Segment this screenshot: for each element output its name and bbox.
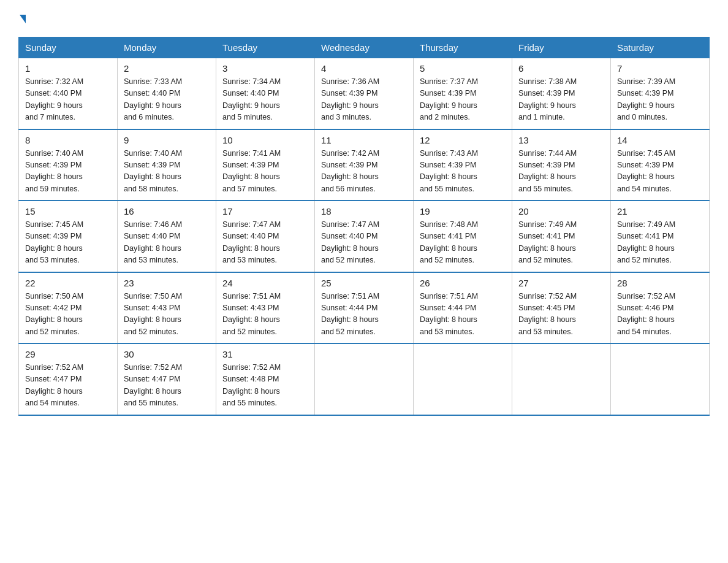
- day-cell: 1 Sunrise: 7:32 AM Sunset: 4:40 PM Dayli…: [19, 58, 118, 129]
- day-info: Sunrise: 7:52 AM Sunset: 4:46 PM Dayligh…: [617, 291, 703, 339]
- header-tuesday: Tuesday: [216, 37, 315, 58]
- day-info: Sunrise: 7:48 AM Sunset: 4:41 PM Dayligh…: [420, 219, 506, 267]
- week-row-2: 8 Sunrise: 7:40 AM Sunset: 4:39 PM Dayli…: [19, 129, 710, 201]
- day-info: Sunrise: 7:50 AM Sunset: 4:43 PM Dayligh…: [124, 291, 210, 339]
- day-number: 29: [25, 349, 111, 359]
- day-cell: 7 Sunrise: 7:39 AM Sunset: 4:39 PM Dayli…: [611, 58, 710, 129]
- day-number: 24: [222, 278, 308, 288]
- day-info: Sunrise: 7:46 AM Sunset: 4:40 PM Dayligh…: [124, 219, 210, 267]
- day-number: 21: [617, 206, 703, 216]
- day-cell: 29 Sunrise: 7:52 AM Sunset: 4:47 PM Dayl…: [19, 343, 118, 415]
- calendar-table: SundayMondayTuesdayWednesdayThursdayFrid…: [18, 37, 710, 416]
- day-info: Sunrise: 7:33 AM Sunset: 4:40 PM Dayligh…: [124, 76, 210, 124]
- day-info: Sunrise: 7:45 AM Sunset: 4:39 PM Dayligh…: [25, 219, 111, 267]
- logo-triangle-icon: [20, 15, 26, 23]
- day-cell: 24 Sunrise: 7:51 AM Sunset: 4:43 PM Dayl…: [216, 272, 315, 344]
- day-cell: [611, 343, 710, 415]
- day-number: 27: [518, 278, 604, 288]
- day-number: 2: [124, 63, 210, 74]
- day-number: 23: [124, 278, 210, 288]
- day-info: Sunrise: 7:44 AM Sunset: 4:39 PM Dayligh…: [518, 148, 604, 196]
- day-number: 14: [617, 135, 703, 145]
- day-number: 25: [321, 278, 407, 288]
- day-cell: [414, 343, 512, 415]
- day-number: 6: [518, 63, 604, 74]
- day-cell: 5 Sunrise: 7:37 AM Sunset: 4:39 PM Dayli…: [414, 58, 512, 129]
- day-info: Sunrise: 7:37 AM Sunset: 4:39 PM Dayligh…: [420, 76, 506, 124]
- day-cell: 15 Sunrise: 7:45 AM Sunset: 4:39 PM Dayl…: [19, 201, 118, 272]
- day-number: 13: [518, 135, 604, 145]
- day-info: Sunrise: 7:49 AM Sunset: 4:41 PM Dayligh…: [617, 219, 703, 267]
- week-row-4: 22 Sunrise: 7:50 AM Sunset: 4:42 PM Dayl…: [19, 272, 710, 344]
- day-cell: 4 Sunrise: 7:36 AM Sunset: 4:39 PM Dayli…: [315, 58, 414, 129]
- day-cell: 12 Sunrise: 7:43 AM Sunset: 4:39 PM Dayl…: [414, 129, 512, 201]
- logo: [18, 17, 26, 26]
- header-saturday: Saturday: [611, 37, 710, 58]
- day-number: 20: [518, 206, 604, 216]
- day-cell: 31 Sunrise: 7:52 AM Sunset: 4:48 PM Dayl…: [216, 343, 315, 415]
- day-cell: 11 Sunrise: 7:42 AM Sunset: 4:39 PM Dayl…: [315, 129, 414, 201]
- day-number: 4: [321, 63, 407, 74]
- day-info: Sunrise: 7:45 AM Sunset: 4:39 PM Dayligh…: [617, 148, 703, 196]
- day-cell: 14 Sunrise: 7:45 AM Sunset: 4:39 PM Dayl…: [611, 129, 710, 201]
- day-cell: 10 Sunrise: 7:41 AM Sunset: 4:39 PM Dayl…: [216, 129, 315, 201]
- day-info: Sunrise: 7:36 AM Sunset: 4:39 PM Dayligh…: [321, 76, 407, 124]
- day-info: Sunrise: 7:40 AM Sunset: 4:39 PM Dayligh…: [25, 148, 111, 196]
- day-number: 19: [420, 206, 506, 216]
- day-cell: 27 Sunrise: 7:52 AM Sunset: 4:45 PM Dayl…: [512, 272, 611, 344]
- header-wednesday: Wednesday: [315, 37, 414, 58]
- day-info: Sunrise: 7:51 AM Sunset: 4:44 PM Dayligh…: [420, 291, 506, 339]
- day-number: 15: [25, 206, 111, 216]
- day-cell: 6 Sunrise: 7:38 AM Sunset: 4:39 PM Dayli…: [512, 58, 611, 129]
- day-info: Sunrise: 7:51 AM Sunset: 4:44 PM Dayligh…: [321, 291, 407, 339]
- day-cell: 25 Sunrise: 7:51 AM Sunset: 4:44 PM Dayl…: [315, 272, 414, 344]
- day-info: Sunrise: 7:52 AM Sunset: 4:47 PM Dayligh…: [25, 362, 111, 410]
- day-info: Sunrise: 7:39 AM Sunset: 4:39 PM Dayligh…: [617, 76, 703, 124]
- day-number: 28: [617, 278, 703, 288]
- day-number: 12: [420, 135, 506, 145]
- day-info: Sunrise: 7:47 AM Sunset: 4:40 PM Dayligh…: [321, 219, 407, 267]
- day-cell: [512, 343, 611, 415]
- day-number: 3: [222, 63, 308, 74]
- day-cell: 2 Sunrise: 7:33 AM Sunset: 4:40 PM Dayli…: [118, 58, 216, 129]
- header-sunday: Sunday: [19, 37, 118, 58]
- header-friday: Friday: [512, 37, 611, 58]
- day-number: 11: [321, 135, 407, 145]
- day-cell: 26 Sunrise: 7:51 AM Sunset: 4:44 PM Dayl…: [414, 272, 512, 344]
- day-cell: 8 Sunrise: 7:40 AM Sunset: 4:39 PM Dayli…: [19, 129, 118, 201]
- header-monday: Monday: [118, 37, 216, 58]
- day-number: 1: [25, 63, 111, 74]
- day-cell: 17 Sunrise: 7:47 AM Sunset: 4:40 PM Dayl…: [216, 201, 315, 272]
- day-cell: 3 Sunrise: 7:34 AM Sunset: 4:40 PM Dayli…: [216, 58, 315, 129]
- day-cell: 30 Sunrise: 7:52 AM Sunset: 4:47 PM Dayl…: [118, 343, 216, 415]
- day-number: 5: [420, 63, 506, 74]
- day-number: 17: [222, 206, 308, 216]
- page-header: [18, 12, 710, 26]
- day-number: 8: [25, 135, 111, 145]
- day-cell: [315, 343, 414, 415]
- day-info: Sunrise: 7:32 AM Sunset: 4:40 PM Dayligh…: [25, 76, 111, 124]
- day-info: Sunrise: 7:34 AM Sunset: 4:40 PM Dayligh…: [222, 76, 308, 124]
- day-cell: 21 Sunrise: 7:49 AM Sunset: 4:41 PM Dayl…: [611, 201, 710, 272]
- day-cell: 22 Sunrise: 7:50 AM Sunset: 4:42 PM Dayl…: [19, 272, 118, 344]
- day-cell: 23 Sunrise: 7:50 AM Sunset: 4:43 PM Dayl…: [118, 272, 216, 344]
- day-info: Sunrise: 7:52 AM Sunset: 4:47 PM Dayligh…: [124, 362, 210, 410]
- week-row-1: 1 Sunrise: 7:32 AM Sunset: 4:40 PM Dayli…: [19, 58, 710, 129]
- header-row: SundayMondayTuesdayWednesdayThursdayFrid…: [19, 37, 710, 58]
- day-number: 31: [222, 349, 308, 359]
- day-info: Sunrise: 7:47 AM Sunset: 4:40 PM Dayligh…: [222, 219, 308, 267]
- day-info: Sunrise: 7:52 AM Sunset: 4:48 PM Dayligh…: [222, 362, 308, 410]
- day-number: 18: [321, 206, 407, 216]
- day-number: 16: [124, 206, 210, 216]
- day-info: Sunrise: 7:51 AM Sunset: 4:43 PM Dayligh…: [222, 291, 308, 339]
- day-number: 10: [222, 135, 308, 145]
- day-info: Sunrise: 7:38 AM Sunset: 4:39 PM Dayligh…: [518, 76, 604, 124]
- day-cell: 19 Sunrise: 7:48 AM Sunset: 4:41 PM Dayl…: [414, 201, 512, 272]
- day-number: 26: [420, 278, 506, 288]
- week-row-3: 15 Sunrise: 7:45 AM Sunset: 4:39 PM Dayl…: [19, 201, 710, 272]
- day-number: 7: [617, 63, 703, 74]
- day-info: Sunrise: 7:40 AM Sunset: 4:39 PM Dayligh…: [124, 148, 210, 196]
- day-cell: 18 Sunrise: 7:47 AM Sunset: 4:40 PM Dayl…: [315, 201, 414, 272]
- day-cell: 20 Sunrise: 7:49 AM Sunset: 4:41 PM Dayl…: [512, 201, 611, 272]
- day-info: Sunrise: 7:43 AM Sunset: 4:39 PM Dayligh…: [420, 148, 506, 196]
